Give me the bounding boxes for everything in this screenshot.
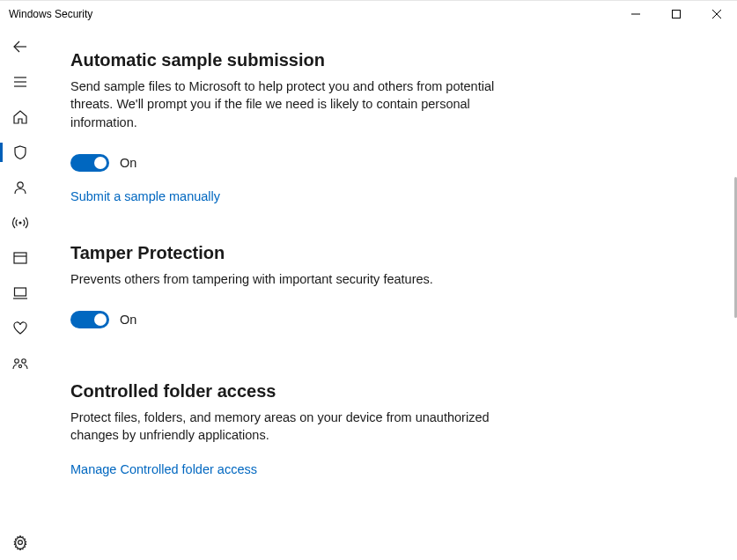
sidebar-item-app-browser[interactable]: [0, 240, 41, 276]
section-heading: Tamper Protection: [70, 243, 681, 263]
section-cfa: Controlled folder access Protect files, …: [70, 381, 681, 477]
window-controls: [615, 1, 737, 27]
section-auto-sample: Automatic sample submission Send sample …: [70, 50, 681, 204]
section-heading: Automatic sample submission: [70, 50, 681, 70]
svg-rect-10: [14, 253, 26, 263]
close-icon: [712, 10, 721, 18]
sidebar-item-family-options[interactable]: [0, 346, 41, 381]
sidebar-item-home[interactable]: [0, 99, 41, 135]
toggle-label: On: [120, 156, 136, 170]
svg-point-17: [18, 541, 23, 545]
auto-sample-toggle[interactable]: [70, 154, 109, 172]
content-area: Automatic sample submission Send sample …: [41, 27, 737, 560]
maximize-icon: [672, 10, 681, 18]
sidebar-item-account-protection[interactable]: [0, 170, 41, 205]
svg-point-9: [19, 222, 21, 224]
maximize-button[interactable]: [656, 1, 696, 27]
svg-point-8: [18, 182, 23, 188]
toggle-label: On: [120, 313, 136, 327]
arrow-left-icon: [12, 39, 28, 55]
section-tamper: Tamper Protection Prevents others from t…: [70, 243, 681, 328]
heart-icon: [12, 321, 28, 336]
sidebar-item-device-performance[interactable]: [0, 311, 41, 346]
sidebar-item-device-security[interactable]: [0, 276, 41, 311]
section-heading: Controlled folder access: [70, 381, 681, 402]
toggle-row: On: [70, 154, 681, 172]
gear-icon: [12, 534, 28, 550]
svg-rect-1: [673, 11, 681, 18]
back-button[interactable]: [0, 29, 41, 64]
minimize-icon: [631, 10, 640, 18]
section-description: Send sample files to Microsoft to help p…: [70, 77, 528, 131]
sidebar-item-firewall[interactable]: [0, 205, 41, 240]
scroll-content: Automatic sample submission Send sample …: [41, 27, 733, 560]
device-icon: [12, 285, 28, 301]
app-title: Windows Security: [9, 8, 92, 20]
family-icon: [11, 356, 29, 372]
menu-button[interactable]: [0, 64, 41, 99]
network-icon: [11, 215, 29, 231]
close-button[interactable]: [696, 1, 737, 27]
tamper-toggle[interactable]: [70, 311, 109, 328]
person-icon: [12, 180, 28, 195]
svg-point-14: [15, 359, 19, 364]
svg-point-15: [22, 359, 26, 364]
hamburger-icon: [12, 74, 28, 90]
app-body: Automatic sample submission Send sample …: [0, 27, 737, 560]
manage-cfa-link[interactable]: Manage Controlled folder access: [70, 462, 257, 476]
minimize-button[interactable]: [615, 1, 656, 27]
sidebar-item-virus-protection[interactable]: [0, 135, 41, 170]
toggle-row: On: [70, 311, 681, 328]
titlebar: Windows Security: [0, 1, 737, 27]
svg-point-16: [18, 365, 21, 367]
section-description: Prevents others from tampering with impo…: [70, 270, 528, 288]
home-icon: [12, 109, 28, 125]
section-description: Protect files, folders, and memory areas…: [70, 409, 528, 445]
toggle-knob: [94, 157, 107, 169]
svg-rect-12: [15, 288, 26, 296]
app-window: Windows Security: [0, 0, 737, 560]
shield-icon: [12, 144, 28, 160]
toggle-knob: [94, 313, 107, 326]
sidebar-item-settings[interactable]: [0, 525, 41, 560]
submit-sample-link[interactable]: Submit a sample manually: [70, 189, 220, 203]
app-window-icon: [12, 250, 28, 266]
sidebar: [0, 27, 41, 560]
